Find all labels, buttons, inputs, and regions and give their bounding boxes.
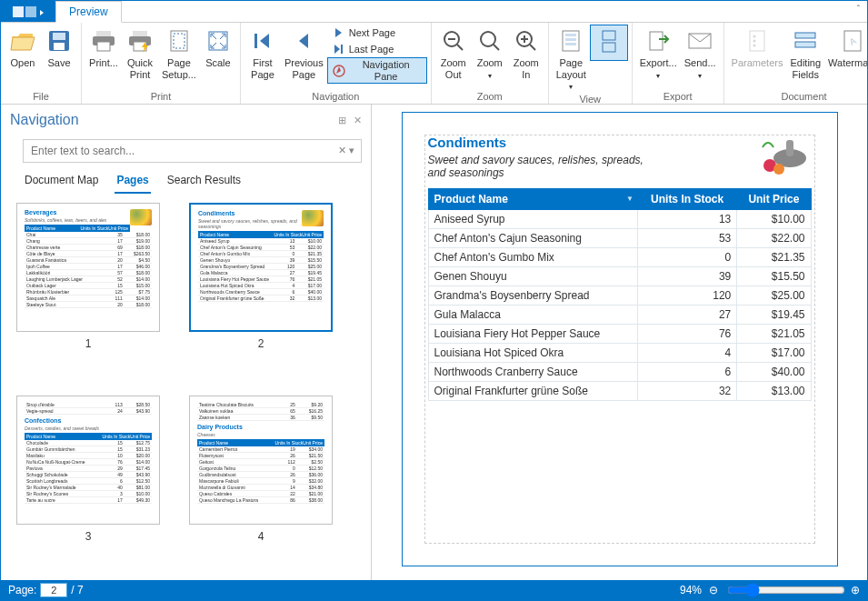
editing-fields-button[interactable]: Editing Fields [786,25,824,82]
continuous-scroll-toggle[interactable] [590,25,628,61]
tab-preview[interactable]: Preview [55,1,122,23]
continuous-icon [594,27,624,56]
print-button[interactable]: Print... [85,25,122,71]
navigation-title: Navigation [10,112,331,128]
zoom-in-small-icon[interactable]: ⊕ [851,584,860,596]
current-page-input[interactable] [40,583,67,597]
ribbon-group-navigation: First Page Previous Page Next Page Last … [241,23,432,104]
zoom-out-button[interactable]: Zoom Out [435,25,472,82]
svg-rect-3 [53,33,65,40]
svg-rect-14 [254,34,257,48]
quick-print-button[interactable]: Quick Print [122,25,158,82]
close-panel-icon[interactable]: ✕ [354,115,362,126]
first-page-button[interactable]: First Page [244,25,281,82]
category-image [753,131,812,176]
svg-rect-38 [795,33,815,38]
group-label-print: Print [151,91,172,104]
parameters-button: Parameters [728,25,787,71]
group-label-zoom: Zoom [477,91,503,104]
svg-point-36 [753,40,756,43]
zoom-out-icon [439,26,468,55]
main-area: Navigation ⊞ ✕ ✕ ▾ Document Map Pages Se… [1,105,867,581]
svg-line-21 [494,45,499,50]
collapse-ribbon-button[interactable]: ˆ [857,5,860,15]
ribbon-group-print: Print... Quick Print Page Setup... Scale… [82,23,241,104]
group-label-navigation: Navigation [312,91,359,104]
book-icon [11,5,45,18]
category-subtitle: Sweet and savory sauces, relishes, sprea… [428,154,664,179]
navigation-panel: Navigation ⊞ ✕ ✕ ▾ Document Map Pages Se… [1,105,372,581]
thumbnail-page-4[interactable]: Teatime Chocolate Biscuits25$9.20Valkoin… [188,396,334,572]
dropdown-caret-icon: ▾ [698,72,702,80]
pin-icon[interactable]: ⊞ [338,115,346,126]
svg-rect-32 [650,32,663,50]
next-page-icon [331,25,345,40]
dropdown-caret-icon: ▾ [488,72,492,80]
save-button[interactable]: Save [41,25,77,71]
last-page-button[interactable]: Last Page [327,41,427,57]
zoom-in-button[interactable]: Zoom In [508,25,544,82]
preview-viewport[interactable]: Condiments Sweet and savory sauces, reli… [372,105,867,581]
col-unit-price: Unit Price [737,189,811,210]
svg-point-37 [753,45,756,47]
svg-rect-30 [603,31,615,40]
scale-button[interactable]: Scale [200,25,236,71]
export-button[interactable]: Export...▾ [636,25,681,82]
watermark-button[interactable]: A Watermark [824,25,868,71]
zoom-out-small-icon[interactable]: ⊖ [709,584,718,596]
clear-search-icon[interactable]: ✕ ▾ [338,145,354,156]
svg-point-35 [753,35,756,38]
svg-rect-43 [786,140,793,156]
parameters-icon [743,26,772,55]
folder-open-icon [8,26,37,55]
navigation-pane-toggle[interactable]: Navigation Pane [327,57,427,84]
watermark-icon: A [838,26,867,55]
tab-pages[interactable]: Pages [115,170,150,194]
scale-icon [204,26,233,55]
send-button[interactable]: Send...▾ [681,25,720,82]
tab-document-map[interactable]: Document Map [23,170,100,194]
page-label: Page: [8,584,36,596]
ribbon-group-export: Export...▾ Send...▾ Export [633,23,724,104]
prev-page-icon [289,26,318,55]
table-row: Gula Malacca27$19.45 [428,306,811,325]
table-row: Chef Anton's Cajun Seasoning53$22.00 [428,229,811,248]
svg-rect-7 [97,42,110,51]
ribbon-group-document: Parameters Editing Fields A Watermark Do… [724,23,868,104]
thumbnail-page-2[interactable]: CondimentsSweet and savory sauces, relis… [188,203,334,379]
page-layout-button[interactable]: Page Layout▾ [553,25,590,94]
next-page-button[interactable]: Next Page [327,25,427,41]
zoom-button[interactable]: Zoom▾ [472,25,508,82]
zoom-slider[interactable] [727,586,845,595]
last-page-icon [331,42,345,56]
tab-search-results[interactable]: Search Results [165,170,243,194]
svg-rect-4 [54,43,65,50]
svg-rect-27 [565,34,576,36]
status-bar: Page: / 7 94% ⊖ ⊕ [1,580,867,600]
app-menu-button[interactable] [1,1,55,22]
svg-line-23 [530,45,535,50]
thumbnail-page-1[interactable]: BeveragesSoftdrinks, coffees, teas, beer… [15,203,161,379]
table-row: Chef Anton's Gumbo Mix0$21.35 [428,248,811,267]
page-setup-icon [165,26,194,55]
previous-page-button[interactable]: Previous Page [281,25,327,82]
open-button[interactable]: Open [5,25,41,71]
svg-point-45 [773,164,784,175]
printer-bolt-icon [125,26,155,55]
page-setup-button[interactable]: Page Setup... [158,25,200,82]
svg-rect-8 [133,31,147,36]
svg-rect-29 [565,43,576,45]
thumbnail-page-3[interactable]: Sirop d'érable113$28.50Vegie-spread24$43… [15,396,161,572]
svg-point-20 [481,32,495,46]
thumbnails-container[interactable]: BeveragesSoftdrinks, coffees, teas, beer… [1,194,371,581]
ribbon-group-file: Open Save File [1,23,82,104]
svg-rect-34 [750,31,764,51]
group-label-export: Export [663,91,693,104]
search-input[interactable] [23,139,362,163]
table-row: Louisiana Fiery Hot Pepper Sauce76$21.05 [428,325,811,344]
group-label-file: File [33,91,49,104]
table-row: Louisiana Hot Spiced Okra4$17.00 [428,344,811,363]
table-row: Aniseed Syrup13$10.00 [428,210,811,229]
svg-rect-28 [565,38,576,41]
zoom-icon [475,26,504,55]
